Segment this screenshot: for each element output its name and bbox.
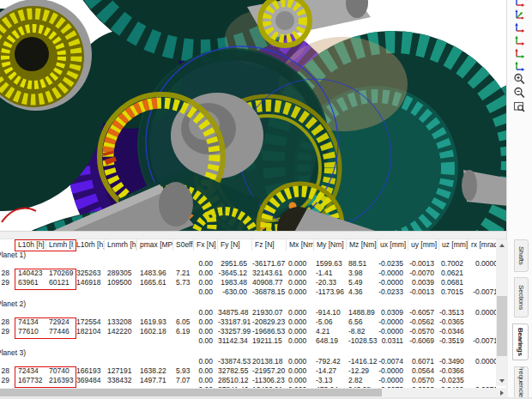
table-cell bbox=[469, 327, 496, 336]
table-row[interactable]: 2977610774461821041422201602.186.190.00-… bbox=[0, 327, 496, 336]
table-cell: 0.000 bbox=[287, 366, 314, 376]
column-header-Mx [Nm][interactable]: Mx [Nm] bbox=[287, 239, 314, 251]
table-cell: -0.0235 bbox=[378, 259, 408, 269]
scroll-right-icon bbox=[500, 390, 504, 396]
horizontal-scrollbar[interactable] bbox=[0, 388, 508, 397]
zoom-fit-button[interactable] bbox=[511, 100, 528, 112]
table-cell: 88.51 bbox=[347, 259, 378, 269]
table-section: Planet 2)0.0034875.4821930.070.000-914.1… bbox=[0, 299, 496, 346]
splitter[interactable] bbox=[0, 231, 506, 239]
table-cell: -0.6069 bbox=[408, 336, 439, 346]
table-cell: -0.6057 bbox=[408, 308, 439, 317]
tab-label: Shafts bbox=[517, 246, 525, 264]
table-cell: 5.73 bbox=[173, 278, 194, 287]
table-row[interactable]: 291677322163933694843384321497.717.070.0… bbox=[0, 376, 496, 385]
table-cell: -19686.53 bbox=[252, 327, 287, 336]
table-cell: 0.00 bbox=[194, 357, 218, 366]
zoom-out-icon bbox=[513, 87, 525, 99]
table-cell: 1599.63 bbox=[314, 259, 347, 269]
zoom-out-button[interactable] bbox=[511, 86, 528, 99]
table-row[interactable]: 0.00-630.00-36878.150.000-1173.964.36-0.… bbox=[0, 287, 496, 297]
column-header-My [Nm][interactable]: My [Nm] bbox=[314, 239, 347, 251]
view-isometric-button[interactable] bbox=[511, 7, 528, 20]
table-section: Planet 1)0.002951.65-36171.670.0001599.6… bbox=[0, 251, 496, 297]
column-header-rx [mrad][interactable]: rx [mrad] bbox=[469, 239, 496, 251]
table-row[interactable]: 0.002951.65-36171.670.0001599.6388.51-0.… bbox=[0, 259, 496, 269]
column-header-L10h [h][interactable]: L10h [h] bbox=[15, 239, 46, 251]
column-header-label[interactable] bbox=[0, 239, 15, 251]
table-cell bbox=[173, 357, 194, 366]
table-cell: 146918 bbox=[74, 278, 105, 287]
view-top-button[interactable] bbox=[511, 45, 528, 58]
view-front-button[interactable] bbox=[511, 20, 528, 33]
tab-frequencies[interactable]: Frequencies bbox=[514, 366, 529, 399]
tab-bearings[interactable]: Bearings bbox=[512, 323, 529, 360]
tab-sections[interactable]: Sections bbox=[514, 277, 529, 317]
column-header-Fx [N][interactable]: Fx [N] bbox=[194, 239, 218, 251]
table-row[interactable]: 2874134729241725541332081619.936.050.00-… bbox=[0, 317, 496, 327]
table-cell bbox=[137, 287, 173, 297]
horizontal-scrollbar-thumb[interactable] bbox=[0, 389, 382, 396]
table-cell bbox=[15, 287, 46, 297]
column-header-uz [mm][interactable]: uz [mm] bbox=[439, 239, 469, 251]
table-cell bbox=[74, 308, 105, 317]
table-cell: 369484 bbox=[74, 376, 105, 385]
table-row[interactable]: 0.0031142.3419211.150.000648.19-1028.530… bbox=[0, 336, 496, 346]
table-cell bbox=[173, 259, 194, 269]
view-left-button[interactable] bbox=[511, 33, 528, 45]
table-cell: 70740 bbox=[46, 366, 74, 376]
column-header-Mz [Nm][interactable]: Mz [Nm] bbox=[347, 239, 378, 251]
table-cell bbox=[15, 259, 46, 269]
table-cell bbox=[469, 366, 496, 376]
table-row[interactable]: 0.0034875.4821930.070.000-914.101488.890… bbox=[0, 308, 496, 317]
scroll-up-button[interactable] bbox=[496, 239, 508, 251]
table-cell: 1638.22 bbox=[137, 366, 173, 376]
view-bottom-icon bbox=[513, 59, 525, 71]
table-cell: 170269 bbox=[46, 269, 74, 278]
vertical-scrollbar[interactable] bbox=[496, 239, 508, 386]
vertical-scrollbar-thumb[interactable] bbox=[497, 296, 507, 356]
view-bottom-button[interactable] bbox=[511, 58, 528, 71]
tab-label: Bearings bbox=[517, 328, 524, 356]
table-cell: 0.000 bbox=[287, 259, 314, 269]
table-cell: 142220 bbox=[105, 327, 137, 336]
table-cell bbox=[173, 336, 194, 346]
column-header-uy [mm][interactable]: uy [mm] bbox=[408, 239, 439, 251]
view-isometric-icon bbox=[513, 8, 525, 20]
table-cell: 216393 bbox=[46, 376, 74, 385]
column-header-S0eff[interactable]: S0eff bbox=[173, 239, 194, 251]
table-row[interactable]: 2963961601211469181095001665.615.730.001… bbox=[0, 278, 496, 287]
table-cell: 0.00 bbox=[194, 278, 218, 287]
table-cell: 19211.15 bbox=[252, 336, 287, 346]
view-back-button[interactable] bbox=[511, 0, 528, 7]
column-header-L10rh [h][interactable]: L10rh [h] bbox=[74, 239, 105, 251]
scroll-down-button[interactable] bbox=[496, 375, 508, 386]
column-header-ux [mm][interactable]: ux [mm] bbox=[378, 239, 408, 251]
table-cell: -1416.12 bbox=[347, 357, 378, 366]
table-row[interactable]: 281404231702693252632893051483.967.210.0… bbox=[0, 269, 496, 278]
zoom-in-button[interactable] bbox=[511, 72, 528, 85]
table-row[interactable]: 2872434707401661931271911638.225.930.003… bbox=[0, 366, 496, 376]
table-cell: -0.0070 bbox=[408, 269, 439, 278]
tab-shafts[interactable]: Shafts bbox=[514, 239, 529, 272]
section-title: Planet 3) bbox=[0, 348, 496, 357]
column-header-pmax [MPa][interactable]: pmax [MPa] bbox=[137, 239, 173, 251]
table-cell: 0.00 bbox=[194, 308, 218, 317]
table-cell: -0.0365 bbox=[439, 317, 469, 327]
table-cell bbox=[15, 308, 46, 317]
column-header-Fy [N][interactable]: Fy [N] bbox=[218, 239, 252, 251]
scroll-right-button[interactable] bbox=[496, 388, 508, 397]
table-cell: 6.05 bbox=[173, 317, 194, 327]
table-cell: -36878.15 bbox=[252, 287, 287, 297]
column-header-Fz [N][interactable]: Fz [N] bbox=[252, 239, 287, 251]
table-cell: 34875.48 bbox=[218, 308, 252, 317]
table-cell: 0.000 bbox=[287, 269, 314, 278]
table-cell: -21957.20 bbox=[252, 366, 287, 376]
table-row[interactable]: 0.00-33874.5320138.180.000-792.42-1416.1… bbox=[0, 357, 496, 366]
row-label bbox=[0, 308, 15, 317]
column-header-Lnmrh [h][interactable]: Lnmrh [h] bbox=[105, 239, 137, 251]
3d-viewport[interactable] bbox=[0, 0, 506, 231]
table-cell: -0.0000 bbox=[378, 376, 408, 385]
column-header-Lnmh [h][interactable]: Lnmh [h] bbox=[46, 239, 74, 251]
table-cell: -20.33 bbox=[314, 278, 347, 287]
